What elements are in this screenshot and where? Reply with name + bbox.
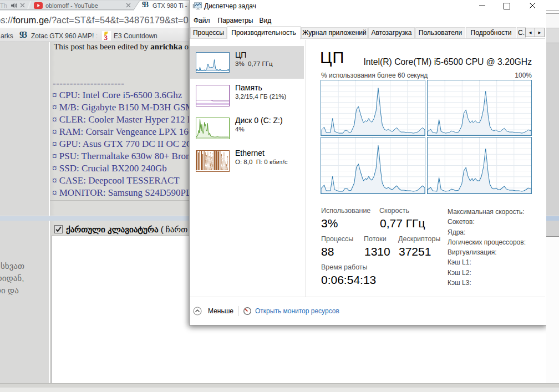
- svg-text:3: 3: [104, 33, 108, 40]
